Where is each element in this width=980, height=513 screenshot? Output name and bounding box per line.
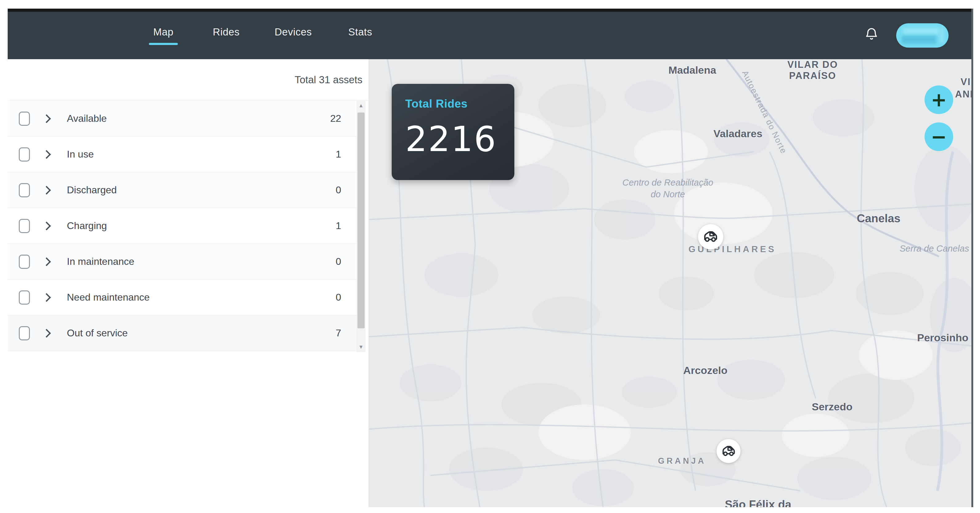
avatar-blur-decoration [902,36,936,44]
chevron-right-icon[interactable] [42,114,51,123]
row-count: 7 [336,327,341,339]
row-label: Need maintenance [67,292,336,303]
scrollbar-up-arrow-icon[interactable]: ▲ [356,103,366,109]
assets-total-label: Total 31 assets [294,74,363,86]
list-item-in-use[interactable]: In use 1 [8,137,356,172]
row-count: 22 [330,113,341,124]
row-count: 0 [336,184,341,196]
row-label: Discharged [67,184,336,196]
assets-total-header: Total 31 assets [8,59,369,100]
row-label: In use [67,148,336,160]
row-checkbox[interactable] [19,112,30,126]
chevron-right-icon[interactable] [42,257,51,266]
row-checkbox[interactable] [19,326,30,340]
fleet-dashboard-page: Map Rides Devices Stats [0,0,980,513]
tab-devices[interactable]: Devices [273,12,314,59]
total-rides-title: Total Rides [405,97,514,110]
list-item-discharged[interactable]: Discharged 0 [8,172,356,208]
list-item-need-maintenance[interactable]: Need maintenance 0 [8,280,356,315]
row-count: 0 [336,292,341,303]
top-navigation-bar: Map Rides Devices Stats [8,9,971,59]
scrollbar-down-arrow-icon[interactable]: ▼ [356,344,366,350]
row-checkbox[interactable] [19,147,30,161]
tab-rides[interactable]: Rides [210,12,243,59]
row-checkbox[interactable] [19,290,30,304]
list-scrollbar[interactable]: ▲ ▼ [356,101,366,352]
chevron-right-icon[interactable] [42,150,51,158]
car-marker-granja[interactable] [716,439,741,463]
tab-map-label: Map [153,26,173,38]
car-marker-gulpilhares[interactable] [698,224,723,249]
avatar-blur-decoration [903,28,939,35]
row-label: Available [67,113,330,124]
car-icon [702,228,719,246]
chevron-right-icon[interactable] [42,221,51,230]
tab-stats[interactable]: Stats [344,12,377,59]
row-count: 0 [336,256,341,267]
map-canvas[interactable]: Madalena VILAR DO PARAÍSO Autoestrada do… [369,59,971,507]
asset-status-list: Available 22 In use 1 Discharged 0 [8,101,356,351]
total-rides-card: Total Rides 2216 [392,84,514,180]
row-count: 1 [336,148,341,160]
chevron-right-icon[interactable] [42,329,51,337]
tab-rides-label: Rides [213,26,240,38]
notifications-bell-icon[interactable] [864,27,879,43]
chevron-right-icon[interactable] [42,186,51,194]
row-checkbox[interactable] [19,255,30,269]
list-item-out-of-service[interactable]: Out of service 7 [8,315,356,351]
total-rides-value: 2216 [405,119,514,159]
app-window: Map Rides Devices Stats [8,9,973,507]
tab-devices-label: Devices [275,26,312,38]
chevron-right-icon[interactable] [42,293,51,301]
row-checkbox[interactable] [19,219,30,233]
row-count: 1 [336,220,341,231]
scrollbar-thumb[interactable] [358,113,364,328]
assets-panel: Total 31 assets Available 22 In use 1 [8,59,369,507]
row-label: In maintenance [67,256,336,267]
user-avatar[interactable] [896,24,948,48]
tab-map[interactable]: Map [147,12,180,59]
list-item-available[interactable]: Available 22 [8,101,356,137]
zoom-out-button[interactable]: − [924,123,953,151]
row-checkbox[interactable] [19,183,30,197]
zoom-in-button[interactable]: + [924,85,953,114]
nav-tabs: Map Rides Devices Stats [147,12,377,59]
active-tab-underline [149,43,178,45]
avatar-blur-decoration [939,27,944,44]
row-label: Charging [67,220,336,231]
tab-stats-label: Stats [348,26,372,38]
car-icon [720,442,737,460]
row-label: Out of service [67,327,336,339]
window-right-edge[interactable] [971,9,973,507]
list-item-charging[interactable]: Charging 1 [8,208,356,244]
list-item-in-maintenance[interactable]: In maintenance 0 [8,244,356,280]
